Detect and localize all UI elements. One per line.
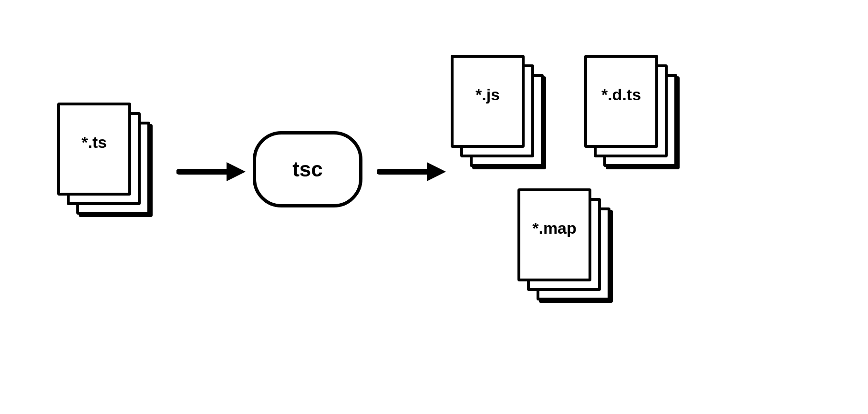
svg-marker-3: [427, 162, 446, 181]
output-js-label: *.js: [454, 85, 522, 104]
output-dts-label: *.d.ts: [587, 85, 655, 104]
output-dts-stack: *.d.ts: [584, 55, 680, 169]
output-map-label: *.map: [520, 219, 589, 238]
arrow-icon: [176, 157, 248, 186]
processor-label: tsc: [292, 157, 323, 181]
input-files-stack: *.ts: [57, 103, 153, 217]
arrow-icon: [377, 157, 448, 186]
output-js-stack: *.js: [451, 55, 546, 169]
file-sheet: *.js: [451, 55, 525, 148]
output-map-stack: *.map: [517, 188, 613, 303]
processor-node: tsc: [253, 131, 362, 207]
file-sheet: *.ts: [57, 103, 131, 196]
input-files-label: *.ts: [60, 133, 128, 152]
file-sheet: *.d.ts: [584, 55, 658, 148]
file-sheet: *.map: [517, 188, 591, 281]
svg-marker-1: [227, 162, 246, 181]
